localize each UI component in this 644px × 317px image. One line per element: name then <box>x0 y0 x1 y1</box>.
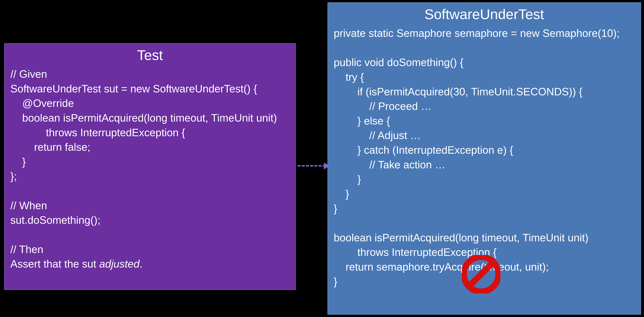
svg-line-1 <box>470 264 492 285</box>
test-code-lines: // Given SoftwareUnderTest sut = new Sof… <box>10 68 277 255</box>
sut-title: SoftwareUnderTest <box>334 6 635 22</box>
test-code: // Given SoftwareUnderTest sut = new Sof… <box>10 67 290 271</box>
dashed-arrow <box>298 165 326 166</box>
test-title: Test <box>10 47 290 63</box>
diagram-canvas: Test // Given SoftwareUnderTest sut = ne… <box>0 0 644 317</box>
assert-line: Assert that the sut adjusted. <box>10 258 142 270</box>
test-box: Test // Given SoftwareUnderTest sut = ne… <box>4 43 296 290</box>
sut-code: private static Semaphore semaphore = new… <box>334 26 635 289</box>
prohibition-icon <box>462 255 500 294</box>
